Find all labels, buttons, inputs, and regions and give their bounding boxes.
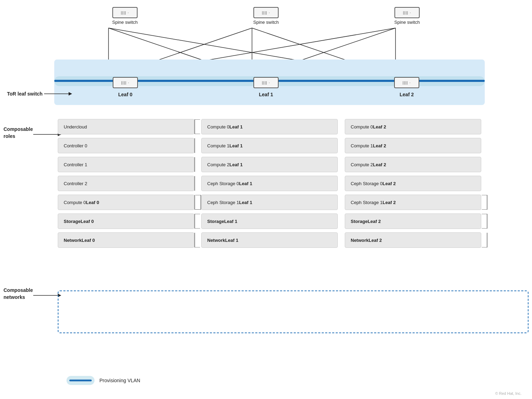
card-compute2-leaf1: Compute 2 Leaf 1 (201, 157, 338, 172)
card-ceph1-leaf2: Ceph Storage 1 Leaf 2 (345, 195, 481, 210)
leaf-row: Leaf 0 Leaf 1 Leaf 2 (0, 77, 532, 97)
leaf-switch-2: Leaf 2 (394, 77, 419, 97)
legend: Provisioning VLAN (66, 376, 140, 385)
card-ceph0-leaf1: Ceph Storage 0 Leaf 1 (201, 176, 338, 191)
columns-container: Undercloud Controller 0 Controller 1 Con… (58, 119, 528, 251)
leaf-switch-box-1 (253, 77, 279, 88)
spine-switch-box-0 (112, 7, 138, 18)
main-section: Composableroles Composablenetworks Under… (0, 115, 532, 255)
spine-switch-label-1: Spine switch (253, 20, 279, 25)
leaf-switch-1: Leaf 1 (253, 77, 279, 97)
card-ceph0-leaf2: Ceph Storage 0 Leaf 2 (345, 176, 481, 191)
col-2: Compute 0 Leaf 2 Compute 1 Leaf 2 Comput… (345, 119, 481, 251)
spine-row: Spine switch Spine switch Spine switch (0, 7, 532, 25)
card-compute1-leaf2: Compute 1 Leaf 2 (345, 138, 481, 153)
card-undercloud: Undercloud (58, 119, 194, 134)
card-network-leaf-2: NetworkLeaf 2 (345, 232, 481, 248)
leaf-switch-0: Leaf 0 (113, 77, 138, 97)
top-section: Spine switch Spine switch Spine switch L… (0, 4, 532, 115)
card-controller-0: Controller 0 (58, 138, 194, 153)
legend-vlan-label: Provisioning VLAN (99, 378, 140, 383)
spine-switch-label-2: Spine switch (394, 20, 420, 25)
composable-roles-arrow (33, 131, 61, 138)
spine-switch-box-1 (253, 7, 279, 18)
card-compute0-leaf0: Compute 0 Leaf 0 (58, 195, 194, 210)
footer: © Red Hat, Inc. (495, 391, 522, 396)
card-network-leaf-0: NetworkLeaf 0 (58, 232, 194, 248)
col-1: Compute 0 Leaf 1 Compute 1 Leaf 1 Comput… (201, 119, 338, 251)
leaf-label-1: Leaf 1 (259, 92, 273, 97)
leaf-switch-box-0 (113, 77, 138, 88)
spine-switch-label-0: Spine switch (112, 20, 138, 25)
legend-vlan-icon (66, 376, 94, 385)
card-compute0-leaf2: Compute 0 Leaf 2 (345, 119, 481, 134)
card-controller-1: Controller 1 (58, 157, 194, 172)
card-ceph1-leaf1: Ceph Storage 1 Leaf 1 (201, 195, 338, 210)
leaf-switch-box-2 (394, 77, 419, 88)
spine-switch-2: Spine switch (394, 7, 420, 25)
composable-networks-arrow (33, 292, 61, 299)
spine-switch-1: Spine switch (253, 7, 279, 25)
card-compute1-leaf1: Compute 1 Leaf 1 (201, 138, 338, 153)
composable-networks-dashed-box (58, 290, 528, 333)
card-storage-leaf-1: StorageLeaf 1 (201, 214, 338, 229)
card-storage-leaf-0: StorageLeaf 0 (58, 214, 194, 229)
col-0: Undercloud Controller 0 Controller 1 Con… (58, 119, 194, 251)
leaf-label-0: Leaf 0 (118, 92, 132, 97)
spine-switch-box-2 (394, 7, 420, 18)
card-storage-leaf-2: StorageLeaf 2 (345, 214, 481, 229)
spine-switch-0: Spine switch (112, 7, 138, 25)
card-controller-2: Controller 2 (58, 176, 194, 191)
card-compute0-leaf1: Compute 0 Leaf 1 (201, 119, 338, 134)
card-compute2-leaf2: Compute 2 Leaf 2 (345, 157, 481, 172)
legend-vlan-line (69, 380, 92, 382)
card-network-leaf-1: NetworkLeaf 1 (201, 232, 338, 248)
leaf-label-2: Leaf 2 (400, 92, 414, 97)
